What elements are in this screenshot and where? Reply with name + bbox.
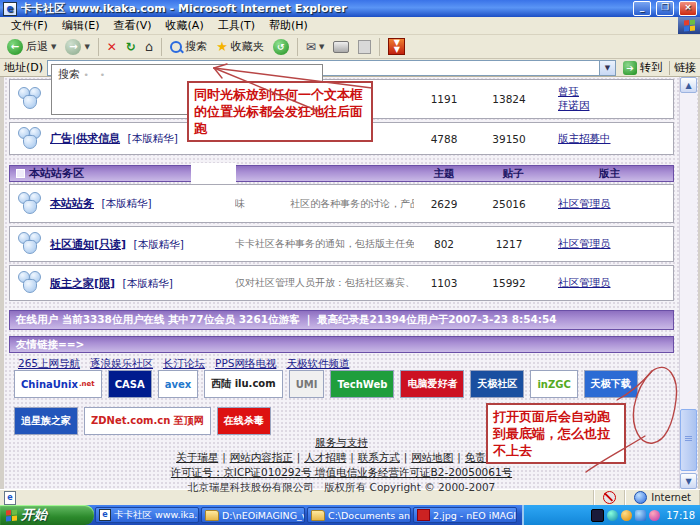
taskbar-item-folder-d[interactable]: D:\nEOiMAGING_v024 [201, 507, 305, 523]
forum-title-link[interactable]: 本站站务 [50, 197, 94, 210]
back-dropdown-icon[interactable]: ▼ [51, 43, 56, 51]
forum-digest-tag[interactable]: [本版精华] [123, 277, 173, 289]
print-icon [333, 41, 349, 53]
favorites-button[interactable]: ★ 收藏夹 [213, 38, 267, 55]
forum-digest-tag[interactable]: [本版精华] [134, 238, 184, 250]
stop-button[interactable]: ✕ [104, 39, 120, 55]
forum-title-link[interactable]: 社区通知[只读] [50, 238, 126, 251]
footer-support-link[interactable]: 服务与支持 [315, 436, 368, 448]
forum-desc: 仅对社区管理人员开放：包括社区嘉宾、版主、大版主、在线技术支持工程师。 [235, 276, 414, 290]
minimize-button[interactable]: _ [633, 1, 651, 16]
posts-count: 13824 [474, 93, 544, 105]
restore-button[interactable]: ❐ [656, 1, 674, 16]
partner-logo[interactable]: 电脑爱好者 [400, 370, 464, 398]
windows-logo [678, 17, 700, 34]
links-label[interactable]: 链接 [674, 60, 696, 75]
moderator-link[interactable]: 曾珏 [558, 85, 673, 99]
topics-count: 802 [414, 238, 474, 250]
footer-separator: | [222, 451, 226, 463]
collapse-icon[interactable] [16, 169, 25, 178]
mail-dropdown-icon[interactable]: ▼ [319, 43, 324, 51]
mail-button[interactable]: ✉ ▼ [303, 39, 327, 55]
forum-board-icon [17, 270, 43, 296]
taskbar-item-browser[interactable]: e 卡卡社区 www.ika... [95, 507, 199, 523]
partner-logo[interactable]: 西陆 ilu.com [204, 370, 282, 398]
friend-link[interactable]: 天极软件频道 [286, 357, 349, 369]
forum-digest-tag[interactable]: [本版精华] [128, 132, 178, 144]
partner-logo[interactable]: 天极社区 [470, 370, 524, 398]
task-label: D:\nEOiMAGING_v024 [222, 510, 305, 521]
menu-item-5[interactable]: 帮助(H) [262, 18, 315, 33]
home-button[interactable]: ⌂ [142, 39, 156, 55]
partner-logo[interactable]: 追星族之家 [14, 407, 78, 435]
partner-logo[interactable]: 天极下载 [584, 370, 638, 398]
flashget-button[interactable]: ▼▼ [385, 37, 408, 56]
ie-page-icon: e [3, 2, 17, 16]
menu-item-3[interactable]: 收藏(A) [159, 18, 211, 33]
topics-count: 1191 [414, 93, 474, 105]
tray-icon[interactable] [621, 510, 632, 521]
menu-item-2[interactable]: 查看(V) [106, 18, 158, 33]
edit-button[interactable] [355, 39, 374, 55]
moderator-link[interactable]: 社区管理员 [558, 276, 611, 288]
partner-logo[interactable]: avex [158, 370, 199, 398]
vertical-scrollbar[interactable]: ▲ ▼ [679, 77, 697, 489]
partner-logo[interactable]: TechWeb [330, 370, 394, 398]
partner-logo[interactable]: inZGC [530, 370, 577, 398]
partner-logo[interactable]: 在线杀毒 [217, 407, 271, 435]
tray-icon[interactable] [635, 510, 646, 521]
scroll-up-button[interactable]: ▲ [680, 77, 697, 93]
friend-link[interactable]: 265上网导航 [18, 357, 80, 369]
scrollbar-thumb[interactable] [680, 409, 697, 471]
column-header-moderator: 版主 [552, 167, 667, 181]
close-button[interactable]: × [679, 1, 697, 16]
forum-board-icon [17, 231, 43, 257]
forum-title-link[interactable]: 版主之家[限] [50, 277, 115, 290]
tray-icon[interactable] [649, 510, 660, 521]
friend-link[interactable]: 长汀论坛 [163, 357, 205, 369]
forum-digest-tag[interactable]: [本版精华] [102, 197, 152, 209]
search-label: 搜索 [185, 39, 207, 54]
autocomplete-item[interactable]: 搜索 [58, 68, 80, 81]
menu-item-1[interactable]: 编辑(E) [55, 18, 107, 33]
partner-logo[interactable]: CASA [108, 370, 152, 398]
footer-link[interactable]: 关于瑞星 [176, 451, 218, 463]
moderator-link[interactable]: 社区管理员 [558, 197, 611, 209]
back-icon: ← [7, 39, 23, 55]
search-button[interactable]: 搜索 [167, 38, 210, 55]
start-flag-icon [6, 509, 17, 521]
taskbar-item-image-editor[interactable]: 2.jpg - nEO iMAGING [413, 507, 517, 523]
toolbar-separator [297, 38, 298, 56]
moderator-link[interactable]: 版主招募中 [558, 132, 611, 144]
moderator-link[interactable]: 社区管理员 [558, 237, 611, 249]
partner-logo[interactable]: ChinaUnix.net [14, 370, 102, 398]
forward-button[interactable]: → ▼ [62, 38, 92, 56]
forward-dropdown-icon[interactable]: ▼ [84, 43, 89, 51]
footer-link[interactable]: 网站地图 [411, 451, 453, 463]
partner-logo[interactable]: ZDNet.com.cn 至顶网 [84, 407, 211, 435]
scroll-down-button[interactable]: ▼ [680, 473, 697, 489]
partner-logo[interactable]: UMI [289, 370, 325, 398]
friend-link[interactable]: PPS网络电视 [215, 357, 276, 369]
menu-item-4[interactable]: 工具(T) [211, 18, 262, 33]
friend-links-row: 265上网导航逐浪娱乐社区长汀论坛PPS网络电视天极软件频道 [18, 357, 359, 371]
print-button[interactable] [330, 40, 352, 54]
friend-link[interactable]: 逐浪娱乐社区 [90, 357, 153, 369]
antivirus-tray-icon[interactable] [591, 509, 604, 522]
back-button[interactable]: ← 后退 ▼ [4, 38, 59, 56]
address-dropdown-icon[interactable]: ▼ [599, 61, 615, 75]
taskbar-item-folder-c[interactable]: C:\Documents and... [307, 507, 411, 523]
tray-icon[interactable] [607, 510, 618, 521]
footer-link[interactable]: 联系方式 [358, 451, 400, 463]
menu-item-0[interactable]: 文件(F) [4, 18, 55, 33]
footer-link[interactable]: 人才招聘 [304, 451, 346, 463]
folder-icon [311, 510, 325, 521]
forum-title-link[interactable]: 广告|供求信息 [50, 132, 120, 145]
footer-link[interactable]: 网站内容指正 [230, 451, 293, 463]
go-button[interactable]: ➔ 转到 [620, 60, 665, 75]
start-button[interactable]: 开始 [0, 505, 94, 525]
refresh-button[interactable]: ↻ [123, 39, 139, 55]
footer-license: 许可证号：京ICP证010292号 增值电信业务经营许可证B2-20050061… [171, 466, 512, 478]
history-button[interactable]: ↺ [270, 38, 292, 56]
moderator-link[interactable]: 拜诺因 [558, 99, 673, 113]
